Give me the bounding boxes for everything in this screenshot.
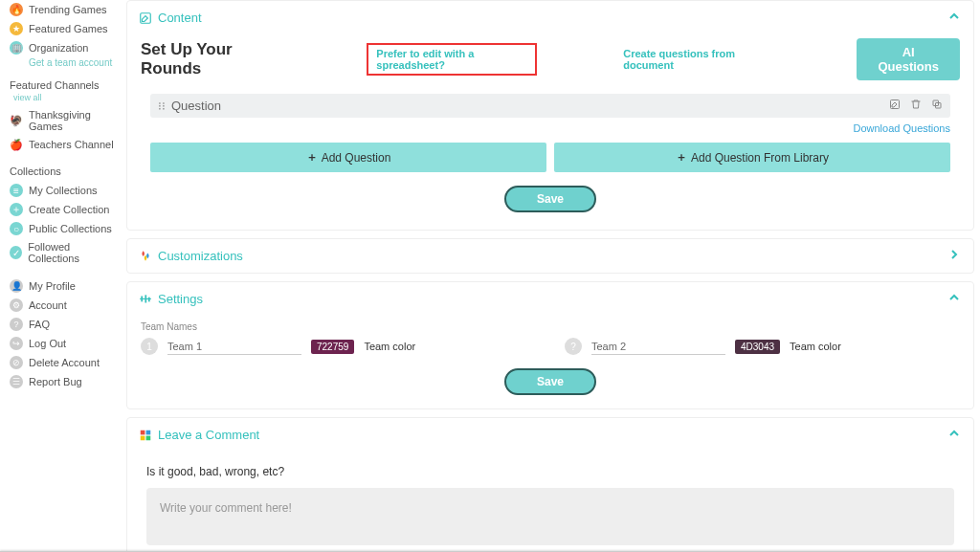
- svg-rect-9: [146, 430, 151, 434]
- svg-rect-6: [145, 295, 146, 302]
- main-area: Content Set Up Your Rounds Prefer to edi…: [124, 0, 980, 552]
- featured-games-icon: ★: [10, 22, 23, 35]
- featured-channels-label: Featured Channels: [10, 79, 100, 91]
- sidebar-item-label: Organization: [29, 42, 88, 54]
- sidebar-item-public-collections[interactable]: ○Public Collections: [10, 219, 119, 238]
- puzzle-icon: [139, 429, 152, 442]
- log-out-icon: ↪: [10, 337, 23, 350]
- sidebar-item-label: FAQ: [29, 319, 50, 330]
- sidebar-item-label: My Profile: [29, 280, 76, 292]
- sidebar-item-my-profile[interactable]: 👤My Profile: [10, 276, 119, 296]
- sidebar: 🔥Trending Games★Featured Games🏢Organizat…: [0, 0, 124, 552]
- drag-handle-icon[interactable]: ⁝⁝: [158, 99, 166, 113]
- copy-icon[interactable]: [931, 99, 943, 113]
- customizations-panel-title: Customizations: [158, 249, 243, 263]
- trending-games-icon: 🔥: [10, 3, 23, 16]
- sidebar-item-label: Thanksgiving Games: [29, 109, 119, 132]
- teachers-icon: 🍎: [10, 138, 23, 151]
- faq-icon: ?: [10, 318, 23, 331]
- team1-color-chip[interactable]: 722759: [311, 340, 354, 354]
- download-questions-link[interactable]: Download Questions: [853, 122, 950, 134]
- team2-color-chip[interactable]: 4D3043: [735, 340, 780, 354]
- svg-rect-7: [148, 297, 150, 301]
- content-panel-title: Content: [158, 11, 202, 25]
- comment-prompt: Is it good, bad, wrong, etc?: [146, 457, 954, 488]
- settings-save-button[interactable]: Save: [504, 368, 596, 395]
- sidebar-item-delete-account[interactable]: ⊘Delete Account: [10, 353, 119, 372]
- team2-name-input[interactable]: [591, 339, 725, 355]
- settings-panel: Settings Team Names 1 722759 Team color: [126, 281, 974, 409]
- comment-panel-header[interactable]: Leave a Comment: [127, 418, 973, 452]
- sidebar-item-label: Account: [29, 299, 67, 311]
- customizations-panel: Customizations: [126, 238, 974, 274]
- svg-rect-5: [141, 296, 143, 301]
- delete-account-icon: ⊘: [10, 356, 23, 369]
- sliders-icon: [139, 293, 152, 306]
- sidebar-item-log-out[interactable]: ↪Log Out: [10, 334, 119, 353]
- sidebar-item-thanksgiving[interactable]: 🦃Thanksgiving Games: [10, 106, 119, 135]
- my-collections-icon: ≡: [10, 184, 23, 197]
- team2-color-label: Team color: [790, 341, 841, 352]
- sidebar-item-label: Delete Account: [29, 357, 100, 368]
- sidebar-item-faq[interactable]: ?FAQ: [10, 315, 119, 334]
- droplets-icon: [139, 250, 152, 263]
- edit-icon[interactable]: [889, 99, 901, 113]
- svg-rect-8: [141, 430, 145, 434]
- sidebar-item-trending-games[interactable]: 🔥Trending Games: [10, 0, 119, 19]
- question-row[interactable]: ⁝⁝ Question: [150, 94, 950, 118]
- ai-questions-button[interactable]: AI Questions: [857, 38, 960, 80]
- sidebar-item-label: Trending Games: [29, 4, 107, 15]
- chevron-up-icon: [947, 426, 962, 444]
- sidebar-item-label: Followed Collections: [28, 241, 119, 264]
- my-profile-icon: 👤: [10, 279, 23, 293]
- team1-name-input[interactable]: [167, 339, 301, 355]
- settings-panel-header[interactable]: Settings: [127, 282, 973, 316]
- comment-panel-title: Leave a Comment: [158, 428, 259, 442]
- sidebar-item-featured-games[interactable]: ★Featured Games: [10, 19, 119, 38]
- svg-rect-10: [141, 435, 145, 440]
- chevron-down-icon: [947, 247, 962, 265]
- team1-color-label: Team color: [364, 341, 415, 352]
- trash-icon[interactable]: [910, 99, 922, 113]
- sidebar-item-label: Featured Games: [29, 23, 108, 34]
- add-question-from-library-button[interactable]: ＋ Add Question From Library: [554, 143, 950, 172]
- sidebar-item-label: Log Out: [29, 338, 66, 349]
- organization-icon: 🏢: [10, 41, 23, 55]
- public-collections-icon: ○: [10, 222, 23, 235]
- collections-header: Collections: [10, 166, 119, 177]
- sidebar-item-create-collection[interactable]: ＋Create Collection: [10, 200, 119, 219]
- featured-channels-header: Featured Channels view all: [10, 79, 119, 102]
- create-from-doc-link[interactable]: Create questions from document: [623, 48, 770, 71]
- content-save-button[interactable]: Save: [504, 186, 596, 212]
- team2-badge: ?: [565, 338, 582, 355]
- content-panel-header[interactable]: Content: [127, 1, 973, 34]
- sidebar-item-account[interactable]: ⚙Account: [10, 296, 119, 315]
- sidebar-item-report-bug[interactable]: ☰Report Bug: [10, 372, 119, 391]
- question-label: Question: [171, 99, 880, 113]
- sidebar-item-label: My Collections: [29, 185, 98, 196]
- settings-panel-title: Settings: [158, 292, 203, 306]
- followed-collections-icon: ✓: [10, 246, 22, 259]
- pencil-square-icon: [139, 11, 152, 25]
- chevron-up-icon: [947, 290, 962, 308]
- chevron-up-icon: [947, 9, 962, 27]
- content-panel: Content Set Up Your Rounds Prefer to edi…: [126, 0, 974, 231]
- thanksgiving-icon: 🦃: [10, 114, 23, 127]
- add-from-library-label: Add Question From Library: [691, 151, 829, 165]
- create-collection-icon: ＋: [10, 203, 23, 216]
- team1-badge: 1: [141, 338, 158, 355]
- add-question-button[interactable]: ＋ Add Question: [150, 143, 546, 172]
- team-names-label: Team Names: [141, 321, 960, 338]
- get-team-account-link[interactable]: Get a team account: [10, 57, 119, 68]
- account-icon: ⚙: [10, 298, 23, 312]
- sidebar-item-teachers[interactable]: 🍎Teachers Channel: [10, 135, 119, 154]
- customizations-panel-header[interactable]: Customizations: [127, 239, 973, 273]
- comment-textarea[interactable]: Write your comment here!: [146, 488, 954, 545]
- sidebar-item-followed-collections[interactable]: ✓Followed Collections: [10, 238, 119, 267]
- plus-icon: ＋: [306, 149, 318, 166]
- add-question-label: Add Question: [322, 151, 391, 165]
- sidebar-item-organization[interactable]: 🏢Organization: [10, 38, 119, 57]
- edit-spreadsheet-link[interactable]: Prefer to edit with a spreadsheet?: [367, 43, 537, 76]
- sidebar-item-my-collections[interactable]: ≡My Collections: [10, 181, 119, 200]
- view-all-link[interactable]: view all: [13, 93, 42, 102]
